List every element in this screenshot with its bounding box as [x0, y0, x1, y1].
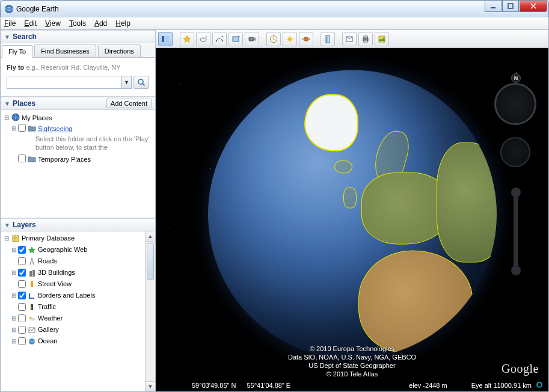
- weather-icon: [27, 314, 37, 323]
- layer-checkbox[interactable]: [18, 292, 26, 299]
- zoom-slider[interactable]: [514, 192, 518, 271]
- history-button[interactable]: [266, 32, 281, 46]
- svg-rect-2: [491, 7, 495, 8]
- dropdown-icon[interactable]: ▼: [121, 76, 131, 88]
- move-joystick[interactable]: [500, 137, 530, 167]
- email-button[interactable]: [342, 32, 357, 46]
- layer-row[interactable]: ⊞Weather: [2, 313, 155, 324]
- scroll-down-icon[interactable]: ▼: [146, 381, 155, 391]
- svg-rect-7: [29, 271, 32, 277]
- menu-file[interactable]: File: [4, 19, 16, 28]
- ruler-button[interactable]: [321, 32, 335, 46]
- sightseeing-checkbox[interactable]: [18, 124, 26, 132]
- layer-row[interactable]: ⊞Gallery: [2, 324, 155, 335]
- expand-icon[interactable]: ⊞: [10, 336, 17, 346]
- sightseeing-link[interactable]: Sightseeing: [38, 124, 73, 133]
- window-minimize-button[interactable]: [485, 1, 501, 12]
- add-content-button[interactable]: Add Content: [106, 99, 152, 108]
- expand-icon[interactable]: ⊞: [10, 268, 17, 278]
- sunlight-button[interactable]: [283, 32, 297, 46]
- menu-help[interactable]: Help: [115, 19, 130, 28]
- ocean-icon: [27, 337, 37, 346]
- temporary-places-label[interactable]: Temporary Places: [38, 155, 91, 164]
- scroll-thumb[interactable]: [147, 243, 154, 280]
- layer-checkbox[interactable]: [18, 314, 26, 322]
- layers-tree: ⊟ Primary Database ⊞Geographic WebRoads⊞…: [1, 231, 155, 391]
- flyto-combo[interactable]: ▼: [7, 76, 132, 89]
- planets-button[interactable]: [299, 32, 313, 46]
- layer-row[interactable]: Traffic: [2, 301, 155, 313]
- layer-row[interactable]: ⊞3D Buildings: [2, 267, 155, 278]
- temporary-checkbox[interactable]: [18, 155, 26, 162]
- expand-icon[interactable]: ⊞: [10, 290, 17, 301]
- star-icon: [27, 246, 37, 254]
- gallery-icon: [27, 326, 37, 334]
- layer-row[interactable]: ⊞Ocean: [2, 335, 155, 347]
- layer-label: 3D Buildings: [38, 268, 75, 278]
- svg-text:+: +: [205, 35, 207, 39]
- menu-add[interactable]: Add: [94, 19, 107, 28]
- status-lon: 55°41'04.88" E: [247, 382, 290, 389]
- polygon-button[interactable]: +: [196, 32, 210, 46]
- land-iceland: [334, 160, 352, 173]
- search-section-header[interactable]: ▼ Search: [1, 30, 155, 43]
- my-places-label[interactable]: My Places: [22, 113, 52, 123]
- land-asia: [437, 142, 497, 262]
- layer-row[interactable]: ⊞Borders and Labels: [2, 290, 155, 301]
- expand-icon[interactable]: ⊞: [10, 313, 17, 323]
- sidebar-toggle-button[interactable]: [158, 32, 173, 46]
- expand-icon[interactable]: ⊞: [10, 325, 17, 335]
- look-joystick[interactable]: [494, 83, 536, 125]
- expand-icon[interactable]: ⊞: [10, 124, 17, 133]
- path-button[interactable]: +: [212, 32, 227, 46]
- print-button[interactable]: [358, 32, 373, 46]
- layers-scrollbar[interactable]: ▲ ▼: [145, 231, 155, 391]
- menu-view[interactable]: View: [45, 19, 61, 28]
- window-close-button[interactable]: [520, 1, 547, 12]
- layer-checkbox[interactable]: [18, 303, 26, 311]
- layer-checkbox[interactable]: [18, 246, 26, 254]
- layer-checkbox[interactable]: [18, 326, 26, 334]
- layer-checkbox[interactable]: [18, 257, 26, 265]
- expand-icon[interactable]: ⊟: [3, 113, 10, 123]
- layer-label: Ocean: [38, 336, 57, 346]
- search-tabs: Fly To Find Businesses Directions: [1, 44, 155, 58]
- globe-viewport[interactable]: N © 2010 Europa Technologies Data SIO, N…: [156, 48, 548, 391]
- expand-icon[interactable]: ⊞: [10, 245, 17, 255]
- layer-row[interactable]: ⊞Geographic Web: [2, 244, 155, 256]
- expand-icon[interactable]: ⊟: [3, 233, 10, 243]
- scroll-up-icon[interactable]: ▲: [146, 231, 155, 242]
- window-maximize-button[interactable]: [502, 1, 519, 12]
- layer-checkbox[interactable]: [18, 269, 26, 277]
- pegman-icon: [27, 280, 37, 289]
- tab-find-businesses[interactable]: Find Businesses: [34, 44, 96, 57]
- menu-edit[interactable]: Edit: [24, 19, 37, 28]
- tab-fly-to[interactable]: Fly To: [2, 45, 32, 58]
- svg-point-31: [304, 37, 308, 41]
- placemark-button[interactable]: [180, 32, 194, 46]
- primary-database-label[interactable]: Primary Database: [22, 233, 75, 243]
- menu-tools[interactable]: Tools: [69, 19, 86, 28]
- svg-rect-6: [13, 236, 19, 242]
- svg-point-13: [31, 307, 32, 308]
- app-icon: [4, 4, 14, 14]
- flyto-input[interactable]: [7, 76, 121, 88]
- earth-icon: [11, 113, 20, 121]
- layer-checkbox[interactable]: [18, 280, 26, 288]
- image-overlay-button[interactable]: +: [228, 32, 243, 46]
- svg-text:+: +: [221, 35, 224, 38]
- layer-row[interactable]: Roads: [2, 256, 155, 267]
- search-button[interactable]: [133, 76, 149, 89]
- menubar: File Edit View Tools Add Help: [0, 17, 549, 30]
- svg-rect-3: [508, 4, 513, 8]
- layer-checkbox[interactable]: [18, 337, 26, 345]
- layer-row[interactable]: Street View: [2, 278, 155, 290]
- layers-section-header[interactable]: ▼ Layers: [1, 218, 155, 231]
- flyto-label: Fly to e.g., Reservoir Rd. Clayville, NY: [7, 64, 149, 71]
- places-section-header[interactable]: ▼ Places Add Content: [1, 97, 155, 110]
- record-tour-button[interactable]: [245, 32, 259, 46]
- globe[interactable]: [208, 70, 497, 358]
- save-image-button[interactable]: [375, 32, 389, 46]
- tab-directions[interactable]: Directions: [98, 44, 141, 57]
- compass-north[interactable]: N: [511, 73, 521, 83]
